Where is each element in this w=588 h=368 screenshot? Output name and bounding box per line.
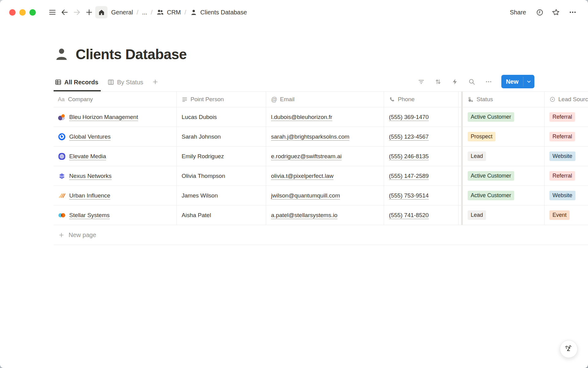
table-row[interactable]: Global Ventures Sarah Johnson sarah.j@br… (54, 127, 588, 147)
column-header-company[interactable]: Aa Company (54, 92, 177, 107)
company-cell[interactable]: Stellar Systems (54, 205, 177, 225)
company-cell[interactable]: Elevate Media (54, 147, 177, 166)
point-person-cell[interactable]: Lucas Dubois (177, 107, 266, 127)
status-cell[interactable]: Lead (458, 205, 545, 225)
company-page-link[interactable]: Stellar Systems (69, 212, 110, 219)
email-cell[interactable]: a.patel@stellarsystems.io (266, 205, 384, 225)
arrow-left-icon (61, 8, 69, 16)
point-person-cell[interactable]: Emily Rodriguez (177, 147, 266, 166)
phone-cell[interactable]: (555) 147-2589 (384, 166, 458, 186)
phone-cell[interactable]: (555) 753-9514 (384, 186, 458, 205)
company-cell[interactable]: Bleu Horizon Management (54, 107, 177, 127)
view-options-button[interactable] (483, 75, 495, 88)
company-page-link[interactable]: Bleu Horizon Management (69, 114, 138, 121)
status-cell[interactable]: Active Customer (458, 166, 545, 186)
chevron-down-icon (526, 79, 532, 84)
column-header-status[interactable]: Status (458, 92, 545, 107)
new-button[interactable]: New (501, 75, 534, 88)
company-cell[interactable]: Nexus Networks (54, 166, 177, 186)
lead-source-cell[interactable]: Referral (545, 107, 588, 127)
minimize-button[interactable] (19, 9, 26, 16)
email-link[interactable]: olivia.t@pixelperfect.law (271, 173, 334, 179)
point-person-cell[interactable]: Aisha Patel (177, 205, 266, 225)
notion-ai-button[interactable] (560, 340, 578, 358)
page-person-icon[interactable] (54, 46, 70, 62)
add-view-button[interactable] (151, 79, 162, 91)
company-cell[interactable]: Global Ventures (54, 127, 177, 146)
back-button[interactable] (58, 6, 71, 18)
column-header-phone[interactable]: Phone (384, 92, 458, 107)
column-header-lead-source[interactable]: Lead Source (545, 92, 588, 107)
new-button-dropdown[interactable] (523, 77, 534, 86)
phone-cell[interactable]: (555) 369-1470 (384, 107, 458, 127)
share-button[interactable]: Share (507, 7, 529, 18)
breadcrumb-item-ellipsis[interactable]: ... (140, 8, 149, 17)
zoom-button[interactable] (29, 9, 36, 16)
company-page-link[interactable]: Urban Influence (69, 192, 110, 199)
table-row[interactable]: Stellar Systems Aisha Patel a.patel@stel… (54, 205, 588, 225)
email-cell[interactable]: l.dubois@bleuhorizon.fr (266, 107, 384, 127)
phone-cell[interactable]: (555) 246-8135 (384, 147, 458, 166)
email-link[interactable]: jwilson@quantumquill.com (271, 192, 340, 199)
company-page-link[interactable]: Global Ventures (69, 133, 111, 140)
history-button[interactable] (533, 6, 546, 18)
phone-link[interactable]: (555) 741-8520 (389, 212, 429, 219)
point-person-cell[interactable]: James Wilson (177, 186, 266, 205)
point-person-cell[interactable]: Olivia Thompson (177, 166, 266, 186)
email-link[interactable]: sarah.j@brightsparksolns.com (271, 133, 349, 140)
phone-link[interactable]: (555) 369-1470 (389, 114, 429, 121)
phone-link[interactable]: (555) 753-9514 (389, 192, 429, 199)
more-options-button[interactable] (567, 6, 579, 18)
column-header-point-person[interactable]: Point Person (177, 92, 266, 107)
breadcrumb-item-general[interactable]: General (109, 8, 135, 17)
sidebar-menu-button[interactable] (46, 6, 58, 18)
phone-link[interactable]: (555) 246-8135 (389, 153, 429, 160)
email-cell[interactable]: sarah.j@brightsparksolns.com (266, 127, 384, 146)
sort-button[interactable] (432, 75, 444, 88)
column-header-email[interactable]: @ Email (266, 92, 384, 107)
close-button[interactable] (9, 9, 16, 16)
phone-link[interactable]: (555) 147-2589 (389, 173, 429, 179)
company-page-link[interactable]: Elevate Media (69, 153, 106, 160)
email-cell[interactable]: olivia.t@pixelperfect.law (266, 166, 384, 186)
phone-cell[interactable]: (555) 741-8520 (384, 205, 458, 225)
automations-button[interactable] (449, 75, 461, 88)
home-button[interactable] (95, 6, 107, 18)
point-person-cell[interactable]: Sarah Johnson (177, 127, 266, 146)
company-cell[interactable]: Urban Influence (54, 186, 177, 205)
email-link[interactable]: l.dubois@bleuhorizon.fr (271, 114, 332, 121)
lead-source-cell[interactable]: Website (545, 147, 588, 166)
page-header: Clients Database (54, 46, 588, 63)
phone-cell[interactable]: (555) 123-4567 (384, 127, 458, 146)
page-title[interactable]: Clients Database (76, 46, 187, 63)
email-link[interactable]: e.rodriguez@swiftstream.ai (271, 153, 341, 160)
lead-source-cell[interactable]: Referral (545, 166, 588, 186)
new-page-button[interactable]: New page (54, 225, 588, 245)
phone-link[interactable]: (555) 123-4567 (389, 133, 429, 140)
favorite-button[interactable] (550, 6, 562, 18)
breadcrumb-item-crm[interactable]: CRM (154, 7, 183, 17)
table-row[interactable]: Bleu Horizon Management Lucas Dubois l.d… (54, 107, 588, 127)
status-cell[interactable]: Prospect (458, 127, 545, 146)
tab-by-status[interactable]: By Status (106, 79, 146, 91)
company-page-link[interactable]: Nexus Networks (69, 173, 111, 179)
filter-button[interactable] (415, 75, 428, 88)
forward-button[interactable] (71, 6, 83, 18)
table-row[interactable]: Nexus Networks Olivia Thompson olivia.t@… (54, 166, 588, 186)
status-cell[interactable]: Active Customer (458, 107, 545, 127)
table-row[interactable]: Urban Influence James Wilson jwilson@qua… (54, 186, 588, 205)
lead-source-cell[interactable]: Referral (545, 127, 588, 146)
email-link[interactable]: a.patel@stellarsystems.io (271, 212, 337, 219)
search-button[interactable] (466, 75, 478, 88)
lead-source-cell[interactable]: Event (545, 205, 588, 225)
tab-all-records[interactable]: All Records (54, 79, 101, 91)
breadcrumb-item-clients-database[interactable]: Clients Database (188, 7, 249, 17)
lead-source-cell[interactable]: Website (545, 186, 588, 205)
traffic-lights (9, 9, 40, 16)
status-cell[interactable]: Lead (458, 147, 545, 166)
new-tab-button[interactable] (83, 6, 95, 18)
email-cell[interactable]: jwilson@quantumquill.com (266, 186, 384, 205)
email-cell[interactable]: e.rodriguez@swiftstream.ai (266, 147, 384, 166)
status-cell[interactable]: Active Customer (458, 186, 545, 205)
table-row[interactable]: Elevate Media Emily Rodriguez e.rodrigue… (54, 147, 588, 166)
